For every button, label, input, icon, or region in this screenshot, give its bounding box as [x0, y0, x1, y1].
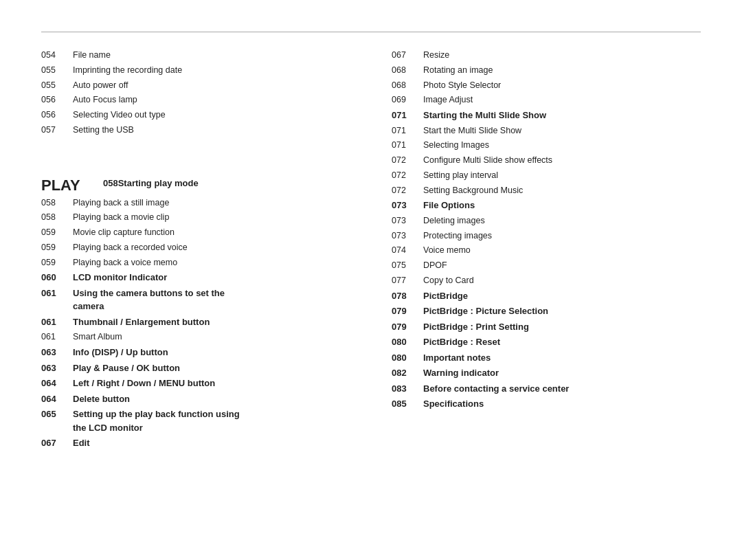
entry-label: Movie clip capture function	[73, 226, 175, 239]
entry-num: 078	[392, 289, 423, 303]
entry-label: Rotating an image	[423, 64, 493, 77]
left-top-entries: 054File name055Imprinting the recording …	[41, 49, 350, 137]
list-item: 058Starting play mode	[103, 178, 199, 188]
entry-num: 073	[392, 229, 423, 243]
entry-num: 073	[392, 199, 423, 212]
entry-label: Setting the USB	[73, 124, 134, 137]
entry-num: 071	[392, 124, 423, 137]
entry-num: 059	[41, 241, 73, 254]
entry-num: 059	[41, 226, 73, 239]
list-item: 075DPOF	[392, 259, 701, 272]
list-item: 059Movie clip capture function	[41, 226, 350, 239]
entry-num: 077	[392, 274, 423, 287]
list-item: 061Thumbnail / Enlargement button	[41, 315, 350, 329]
list-item: 068Photo Style Selector	[392, 79, 701, 92]
entry-num: 060	[41, 271, 73, 284]
entry-num: 061	[41, 331, 73, 344]
entry-label: File Options	[423, 199, 475, 212]
list-item: 058Playing back a movie clip	[41, 211, 350, 224]
list-item: 063Play & Pause / OK button	[41, 361, 350, 375]
entry-label: Start the Multi Slide Show	[423, 124, 521, 137]
entry-num: 072	[392, 169, 423, 182]
entry-num: 054	[41, 49, 73, 62]
entry-num: 085	[392, 397, 423, 411]
entry-num: 067	[41, 436, 73, 450]
entry-label: Playing back a recorded voice	[73, 241, 188, 254]
list-item: 071Starting the Multi Slide Show	[392, 109, 701, 122]
entry-label: Setting Background Music	[423, 184, 523, 197]
list-item: 067Resize	[392, 49, 701, 62]
entry-label: DPOF	[423, 259, 447, 272]
list-item: 069Image Adjust	[392, 93, 701, 107]
entry-num: 080	[392, 335, 423, 349]
entry-num: 079	[392, 320, 423, 334]
list-item: 082Warning indicator	[392, 366, 701, 380]
list-item: 059Playing back a voice memo	[41, 256, 350, 269]
entry-label: Photo Style Selector	[423, 79, 501, 92]
entry-num: 072	[392, 184, 423, 197]
entry-num: 083	[392, 382, 423, 396]
list-item: 058Playing back a still image	[41, 197, 350, 210]
list-item: 056Auto Focus lamp	[41, 93, 350, 107]
entry-num: 055	[41, 79, 73, 92]
right-entries: 067Resize068Rotating an image068Photo St…	[392, 49, 701, 411]
list-item: 077Copy to Card	[392, 274, 701, 287]
play-section: PLAY058Starting play mode058Playing back…	[41, 178, 350, 450]
entry-label: Voice memo	[423, 244, 471, 257]
entry-label: PictBridge : Print Setting	[423, 320, 529, 334]
list-item: 055Imprinting the recording date	[41, 64, 350, 77]
right-column: 067Resize068Rotating an image068Photo St…	[371, 49, 701, 452]
entry-num: 068	[392, 64, 423, 77]
list-item: 068Rotating an image	[392, 64, 701, 77]
entry-label: Auto power off	[73, 79, 128, 92]
entry-label: PictBridge	[423, 289, 468, 303]
entry-num: 082	[392, 366, 423, 380]
list-item: 065Setting up the play back function usi…	[41, 407, 350, 434]
entry-label: Deleting images	[423, 214, 485, 227]
entry-label: Playing back a still image	[73, 197, 169, 210]
left-column: 054File name055Imprinting the recording …	[41, 49, 371, 452]
entry-num: 061	[41, 315, 73, 329]
entry-label: Selecting Video out type	[73, 109, 166, 122]
list-item: 073Deleting images	[392, 214, 701, 227]
entry-label: Before contacting a service center	[423, 382, 569, 396]
entry-num: 064	[41, 392, 73, 406]
list-item: 060LCD monitor Indicator	[41, 271, 350, 284]
entry-num: 065	[41, 407, 73, 434]
entry-label: Using the camera buttons to set thecamer…	[73, 287, 225, 313]
entry-num: 059	[41, 256, 73, 269]
entry-num: 069	[392, 93, 423, 107]
entry-label: Auto Focus lamp	[73, 93, 137, 107]
list-item: 073Protecting images	[392, 229, 701, 243]
list-item: 059Playing back a recorded voice	[41, 241, 350, 254]
list-item: 067Edit	[41, 436, 350, 450]
entry-label: Image Adjust	[423, 93, 473, 107]
entry-num: 067	[392, 49, 423, 62]
list-item: 074Voice memo	[392, 244, 701, 257]
list-item: 063Info (DISP) / Up button	[41, 346, 350, 359]
play-header-row: PLAY058Starting play mode	[41, 178, 350, 194]
list-item: 071Selecting Images	[392, 139, 701, 152]
entry-num: 074	[392, 244, 423, 257]
entry-label: Important notes	[423, 351, 491, 365]
entry-num: 061	[41, 287, 73, 313]
entry-label: Setting play interval	[423, 169, 498, 182]
entry-label: Delete button	[73, 392, 130, 406]
entry-label: Edit	[73, 436, 90, 450]
list-item: 064Left / Right / Down / MENU button	[41, 377, 350, 390]
entry-label: PictBridge : Picture Selection	[423, 304, 548, 318]
list-item: 072Configure Multi Slide show effects	[392, 154, 701, 167]
entry-label: Resize	[423, 49, 449, 62]
entry-num: 064	[41, 377, 73, 390]
entry-num: 056	[41, 109, 73, 122]
entry-label: Setting up the play back function usingt…	[73, 407, 240, 434]
entry-num: 080	[392, 351, 423, 365]
list-item: 085Specifications	[392, 397, 701, 411]
entry-label: Playing back a voice memo	[73, 256, 177, 269]
list-item: 061Using the camera buttons to set theca…	[41, 287, 350, 313]
entry-num: 079	[392, 304, 423, 318]
entry-num: 071	[392, 139, 423, 152]
entry-label: Specifications	[423, 397, 484, 411]
entry-label: LCD monitor Indicator	[73, 271, 167, 284]
list-item: 080Important notes	[392, 351, 701, 365]
